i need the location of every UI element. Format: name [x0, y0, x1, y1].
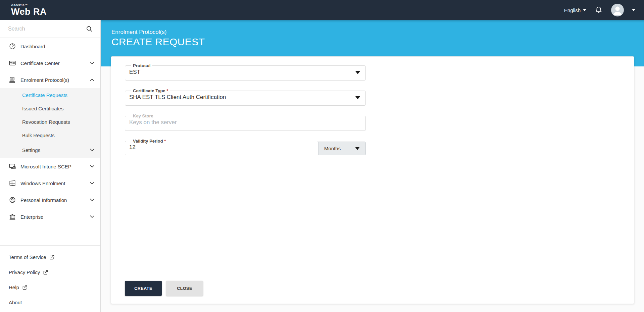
bell-icon — [594, 6, 603, 14]
required-marker: * — [166, 88, 168, 93]
notifications-button[interactable] — [594, 6, 603, 14]
footer-link-label: Terms of Service — [9, 254, 46, 260]
bank-icon — [8, 213, 16, 221]
chevron-down-icon — [90, 199, 94, 201]
terms-of-service-link[interactable]: Terms of Service — [0, 250, 100, 265]
sidebar-subitem-certificate-requests[interactable]: Certificate Requests — [0, 88, 100, 102]
monitor-icon — [8, 162, 16, 170]
product-name: Web RA — [11, 7, 47, 16]
sidebar-subitem-label: Certificate Requests — [22, 92, 67, 98]
sidebar-subitem-label: Issued Certificates — [22, 106, 63, 111]
sidebar-item-enterprise[interactable]: Enterprise — [0, 208, 100, 225]
certificate-type-select[interactable]: Certificate Type * SHA EST TLS Client Au… — [125, 89, 366, 106]
validity-unit-value: Months — [324, 146, 341, 151]
app-logo[interactable]: Ascertia™ Web RA — [0, 4, 47, 16]
external-link-icon — [22, 285, 28, 290]
protocol-field-row: Protocol EST — [125, 63, 366, 81]
certificate-type-label: Certificate Type * — [131, 89, 170, 93]
sidebar-nav: Dashboard Certificate Center Enrolment P… — [0, 38, 100, 225]
validity-period-field-row: Validity Period * Months — [125, 139, 366, 155]
chevron-down-icon — [583, 9, 586, 11]
avatar-icon — [611, 4, 624, 16]
protocol-select[interactable]: Protocol EST — [125, 63, 366, 81]
certificate-type-field-row: Certificate Type * SHA EST TLS Client Au… — [125, 89, 366, 106]
main-content: Enrolment Protocol(s) CREATE REQUEST Pro… — [101, 20, 644, 312]
sidebar-item-enrolment-protocols[interactable]: Enrolment Protocol(s) — [0, 71, 100, 88]
key-store-label: Key Store — [131, 114, 155, 118]
validity-period-field: Validity Period * — [125, 139, 318, 155]
create-request-form: Protocol EST Certificate Type * SHA EST … — [125, 63, 366, 163]
protocol-label: Protocol — [131, 63, 152, 68]
language-label: English — [564, 7, 581, 13]
about-link[interactable]: About — [0, 295, 100, 310]
enrolment-device-icon — [8, 76, 16, 84]
dropdown-arrow-icon[interactable] — [355, 96, 360, 99]
gauge-icon — [8, 42, 16, 50]
search-icon[interactable] — [86, 25, 93, 33]
avatar[interactable] — [611, 4, 624, 16]
footer-link-label: About — [9, 300, 22, 305]
language-selector[interactable]: English — [564, 7, 586, 13]
chevron-down-icon — [90, 165, 94, 168]
sidebar-item-label: Personal Information — [20, 197, 90, 203]
breadcrumb: Enrolment Protocol(s) — [111, 29, 644, 36]
validity-unit-select[interactable]: Months — [318, 142, 366, 155]
sidebar-footer: Terms of Service Privacy Policy Help Abo… — [0, 245, 100, 312]
key-store-value: Keys on the server — [129, 119, 352, 126]
close-button[interactable]: CLOSE — [166, 281, 203, 296]
sidebar-item-certificate-center[interactable]: Certificate Center — [0, 55, 100, 71]
dropdown-arrow-icon[interactable] — [355, 71, 360, 74]
chevron-down-icon — [90, 182, 94, 185]
sidebar-item-windows-enrolment[interactable]: Windows Enrolment — [0, 175, 100, 192]
sidebar-search — [0, 20, 100, 38]
required-marker: * — [164, 139, 166, 144]
brand-name: Ascertia™ — [11, 4, 47, 7]
topbar-actions: English — [564, 4, 644, 16]
validity-period-label: Validity Period * — [131, 139, 167, 143]
footer-link-label: Privacy Policy — [9, 269, 40, 275]
search-input[interactable] — [8, 26, 86, 32]
footer-link-label: Help — [9, 284, 19, 290]
form-divider — [118, 273, 627, 273]
sidebar-item-label: Certificate Center — [20, 60, 90, 66]
enrolment-protocols-submenu: Certificate Requests Issued Certificates… — [0, 88, 100, 158]
chevron-down-icon — [90, 62, 94, 64]
sidebar-item-label: Microsoft Intune SCEP — [20, 164, 90, 169]
chevron-up-icon — [90, 79, 94, 81]
page-title: CREATE REQUEST — [111, 36, 644, 48]
form-actions: CREATE CLOSE — [125, 281, 203, 296]
sidebar-subitem-label: Revocation Requests — [22, 119, 70, 125]
sidebar-item-label: Dashboard — [20, 44, 94, 49]
sidebar-item-label: Windows Enrolment — [20, 180, 90, 186]
sidebar-item-personal-information[interactable]: Personal Information — [0, 192, 100, 208]
external-link-icon — [49, 255, 55, 260]
sidebar-item-label: Enrolment Protocol(s) — [20, 77, 90, 83]
protocol-value: EST — [129, 68, 352, 76]
key-store-field: Key Store Keys on the server — [125, 114, 366, 131]
sidebar-item-label: Enterprise — [20, 214, 90, 220]
certificate-icon — [8, 59, 16, 67]
profile-menu-arrow-icon[interactable] — [632, 9, 635, 11]
sidebar-subitem-label: Bulk Requests — [22, 133, 55, 138]
sidebar-subitem-revocation-requests[interactable]: Revocation Requests — [0, 115, 100, 128]
webra-app: Ascertia™ Web RA English — [0, 0, 644, 312]
key-store-field-row: Key Store Keys on the server — [125, 114, 366, 131]
sidebar-subitem-bulk-requests[interactable]: Bulk Requests — [0, 128, 100, 142]
person-circle-icon — [8, 196, 16, 204]
sidebar-subitem-settings[interactable]: Settings — [0, 142, 100, 158]
sidebar-subitem-label: Settings — [22, 147, 90, 153]
sidebar: Dashboard Certificate Center Enrolment P… — [0, 20, 101, 312]
top-bar: Ascertia™ Web RA English — [0, 0, 644, 20]
validity-period-input[interactable] — [129, 144, 290, 151]
create-request-card: Protocol EST Certificate Type * SHA EST … — [111, 56, 634, 304]
certificate-type-value: SHA EST TLS Client Auth Certification — [129, 94, 352, 101]
chevron-down-icon — [90, 215, 94, 218]
privacy-policy-link[interactable]: Privacy Policy — [0, 265, 100, 280]
create-button[interactable]: CREATE — [125, 281, 162, 296]
dropdown-arrow-icon — [355, 147, 360, 150]
help-link[interactable]: Help — [0, 280, 100, 295]
sidebar-subitem-issued-certificates[interactable]: Issued Certificates — [0, 102, 100, 115]
sidebar-item-dashboard[interactable]: Dashboard — [0, 38, 100, 55]
sidebar-item-microsoft-intune-scep[interactable]: Microsoft Intune SCEP — [0, 158, 100, 175]
windows-icon — [8, 179, 16, 187]
